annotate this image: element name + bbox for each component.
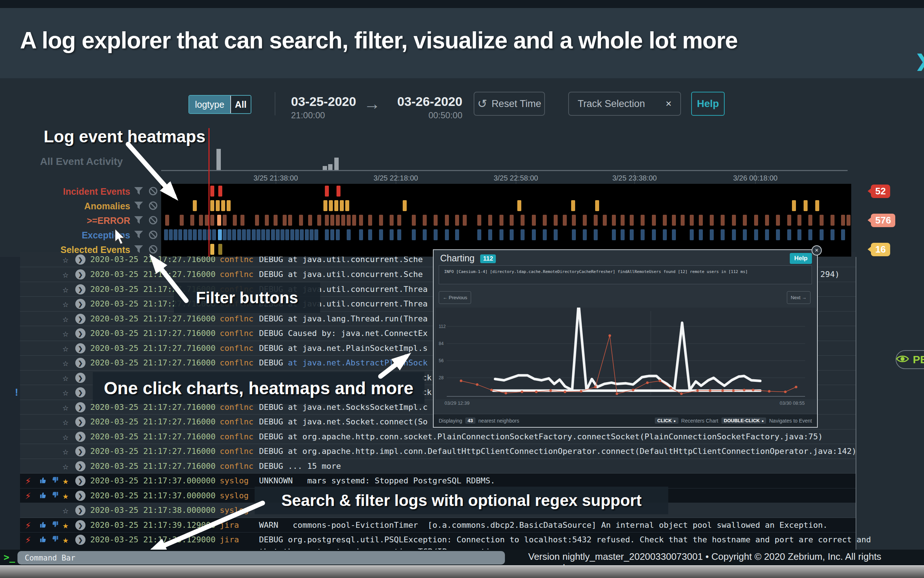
heatmap-cell[interactable] <box>336 215 340 226</box>
incident-bolt-icon[interactable]: ⚡ <box>25 475 31 486</box>
star-outline-icon[interactable]: ☆ <box>63 343 68 354</box>
start-date[interactable]: 03-25-2020 <box>291 94 356 109</box>
heatmap-cell[interactable] <box>841 229 845 240</box>
heatmap-cell[interactable] <box>190 215 194 226</box>
heatmap-cell[interactable] <box>183 229 187 240</box>
heatmap-cell[interactable] <box>672 215 676 226</box>
heatmap-cell[interactable] <box>641 215 645 226</box>
star-outline-icon[interactable]: ☆ <box>63 402 68 413</box>
occurrence-line-chart[interactable]: 112845628 <box>436 308 816 399</box>
heatmap-cell[interactable] <box>672 229 676 240</box>
heatmap-cell[interactable] <box>218 229 222 240</box>
heatmap-cell[interactable] <box>594 215 598 226</box>
log-table-row[interactable]: ⚡★❯2020-03-25 21:17:37.000000syslogUNKNO… <box>20 474 856 489</box>
heatmap-cell[interactable] <box>412 229 416 240</box>
heatmap-cell[interactable] <box>165 215 169 226</box>
logtype-filter-value[interactable]: All <box>230 96 251 113</box>
heatmap-cell[interactable] <box>445 215 449 226</box>
heatmap-cell[interactable] <box>455 229 459 240</box>
heatmap-cell[interactable] <box>841 215 845 226</box>
heatmap-cell[interactable] <box>390 229 393 240</box>
expand-chevron-icon[interactable]: ❯ <box>75 328 86 338</box>
heatmap-cell[interactable] <box>423 215 427 226</box>
heatmap-cell[interactable] <box>397 215 401 226</box>
star-outline-icon[interactable]: ☆ <box>63 416 68 427</box>
heatmap-cell[interactable] <box>247 229 251 240</box>
heatmap-cell[interactable] <box>271 229 275 240</box>
expand-chevron-icon[interactable]: ❯ <box>75 476 86 486</box>
heatmap-cell[interactable] <box>571 200 575 211</box>
heatmap-cell[interactable] <box>232 229 236 240</box>
thumbs-down-icon[interactable] <box>50 490 59 501</box>
heatmap-cell[interactable] <box>218 244 222 255</box>
heatmap-cell[interactable] <box>563 215 567 226</box>
heatmap-cell[interactable] <box>368 215 372 226</box>
heatmap-cell[interactable] <box>227 229 231 240</box>
heatmap-cell[interactable] <box>210 244 214 255</box>
heatmap-cell[interactable] <box>477 229 481 240</box>
star-outline-icon[interactable]: ☆ <box>63 299 68 309</box>
heatmap-cell[interactable] <box>341 215 345 226</box>
heatmap-cell[interactable] <box>233 215 237 226</box>
exclude-icon[interactable] <box>149 201 158 212</box>
star-outline-icon[interactable]: ☆ <box>63 328 68 339</box>
heatmap-cell[interactable] <box>699 229 703 240</box>
thumbs-down-icon[interactable] <box>50 534 59 545</box>
heatmap-cell[interactable] <box>164 229 168 240</box>
heatmap-cell[interactable] <box>612 215 616 226</box>
expand-chevron-icon[interactable]: ❯ <box>75 270 86 279</box>
heatmap-cell[interactable] <box>641 229 645 240</box>
heatmap-cell[interactable] <box>732 229 736 240</box>
heatmap-cell[interactable] <box>305 229 309 240</box>
heatmap-cell[interactable] <box>188 229 192 240</box>
heatmap-cell[interactable] <box>285 229 289 240</box>
heatmap-cell[interactable] <box>776 229 780 240</box>
heatmap-cell[interactable] <box>510 229 514 240</box>
heatmap-cell[interactable] <box>256 229 261 240</box>
expand-chevron-icon[interactable]: ❯ <box>75 343 86 354</box>
expand-chevron-icon[interactable]: ❯ <box>75 284 86 294</box>
heatmap-cell[interactable] <box>553 229 558 240</box>
heatmap-cell[interactable] <box>221 200 225 211</box>
expand-chevron-icon[interactable]: ❯ <box>75 373 86 383</box>
heatmap-cell[interactable] <box>820 229 824 240</box>
heatmap-cell[interactable] <box>663 229 667 240</box>
heatmap-cell[interactable] <box>798 215 801 226</box>
heatmap-cell[interactable] <box>510 215 514 226</box>
date-range-end[interactable]: 03-26-2020 00:50:00 <box>397 94 462 120</box>
incident-bolt-icon[interactable]: ⚡ <box>25 534 31 545</box>
logtype-filter[interactable]: logtype All <box>188 95 251 114</box>
exclude-icon[interactable] <box>149 186 158 197</box>
heatmap-cell[interactable] <box>743 215 747 226</box>
heatmap-cell[interactable] <box>379 229 383 240</box>
heatmap-cell[interactable] <box>329 200 333 211</box>
star-outline-icon[interactable]: ☆ <box>63 461 68 472</box>
heatmap-cell[interactable] <box>754 215 758 226</box>
heatmap-cell[interactable] <box>412 215 416 226</box>
heatmap-cell[interactable] <box>743 229 747 240</box>
heatmap-cell[interactable] <box>808 229 812 240</box>
heatmap-cell[interactable] <box>288 215 292 226</box>
track-selection-button[interactable]: Track Selection × <box>568 92 681 116</box>
heatmap-cell[interactable] <box>572 215 576 226</box>
heatmap-cell[interactable] <box>630 215 634 226</box>
thumbs-down-icon[interactable] <box>50 520 59 531</box>
heatmap-cell[interactable] <box>776 215 780 226</box>
heatmap-cell[interactable] <box>721 229 725 240</box>
heatmap-cell[interactable] <box>210 215 214 226</box>
heatmap-cell[interactable] <box>265 215 269 226</box>
heatmap-cell[interactable] <box>276 229 280 240</box>
star-outline-icon[interactable]: ☆ <box>63 357 68 369</box>
heatmap-cell[interactable] <box>543 215 547 226</box>
expand-chevron-icon[interactable]: ❯ <box>75 358 86 368</box>
logtype-filter-key[interactable]: logtype <box>189 96 230 113</box>
heatmap-cell[interactable] <box>397 229 401 240</box>
heatmap-cell[interactable] <box>242 229 246 240</box>
star-outline-icon[interactable]: ☆ <box>63 284 68 295</box>
heatmap-cell[interactable] <box>630 229 634 240</box>
event-count-badge[interactable]: 16 <box>871 243 890 256</box>
heatmap-cell[interactable] <box>808 215 812 226</box>
log-table-row[interactable]: ⚡★❯2020-03-25 21:17:39.129000jiraWARN co… <box>20 518 856 533</box>
heatmap-cell[interactable] <box>379 215 383 226</box>
heatmap-cell[interactable] <box>261 229 265 240</box>
